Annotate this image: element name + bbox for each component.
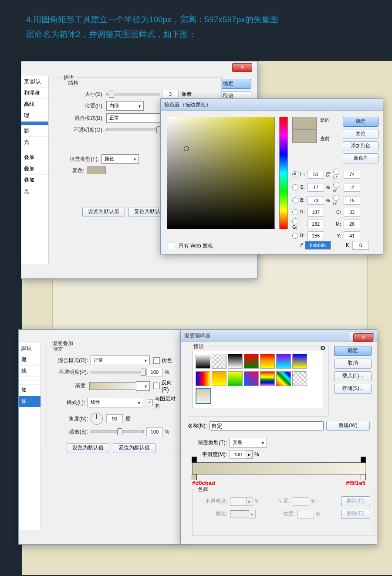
preset-item-selected[interactable]: [196, 388, 211, 404]
ge-load-button[interactable]: 载入(L)...: [334, 371, 372, 381]
preset-item[interactable]: [196, 371, 210, 386]
preset-item[interactable]: [292, 354, 307, 369]
reverse-checkbox[interactable]: [153, 383, 160, 389]
gradient-bar[interactable]: [192, 462, 365, 474]
hue-bar[interactable]: [279, 117, 288, 229]
preset-item[interactable]: [196, 354, 210, 369]
preset-item[interactable]: [260, 371, 275, 386]
opacity-stop-left[interactable]: [192, 457, 197, 463]
radio-g[interactable]: [292, 218, 298, 224]
sidebar-item[interactable]: 页:默认: [21, 76, 48, 88]
color-swatch[interactable]: [87, 166, 106, 174]
radio-r[interactable]: [292, 209, 298, 215]
sidebar-item[interactable]: 光: [21, 186, 48, 197]
size-value[interactable]: 3: [162, 90, 179, 98]
go-grad-dropdown[interactable]: [136, 381, 150, 391]
bv-value[interactable]: 73: [308, 196, 324, 205]
sidebar-item[interactable]: 影: [21, 125, 48, 137]
opacity-slider[interactable]: [106, 129, 159, 131]
go-grad-swatch[interactable]: [89, 382, 136, 390]
preset-item[interactable]: [276, 354, 291, 369]
radio-b[interactable]: [292, 197, 298, 203]
go-angle-value[interactable]: 90: [106, 414, 123, 423]
ge-new-button[interactable]: 新建(W): [326, 421, 370, 431]
filltype-select[interactable]: 颜色: [101, 154, 139, 164]
size-slider[interactable]: [106, 93, 159, 95]
radio-a[interactable]: [333, 182, 339, 188]
ge-smooth-value[interactable]: 100: [230, 450, 246, 459]
hex-value[interactable]: bbb69b: [305, 241, 331, 250]
web-only-checkbox[interactable]: [168, 243, 174, 249]
ge-ok-button[interactable]: 确定: [334, 346, 372, 356]
k-value[interactable]: 0: [352, 241, 369, 250]
go-scale-value[interactable]: 100: [146, 427, 163, 436]
go-reset-default[interactable]: 复位为默认值: [113, 443, 155, 453]
m-value[interactable]: 26: [344, 220, 360, 228]
go-set-default[interactable]: 设置为默认值: [67, 443, 109, 453]
r-value[interactable]: 187: [308, 208, 324, 217]
sidebar-item[interactable]: 光: [21, 137, 48, 148]
gear-icon[interactable]: ⚙: [320, 345, 326, 352]
preset-item[interactable]: [292, 371, 307, 386]
sidebar-item[interactable]: 理: [21, 110, 48, 122]
go-scale-slider[interactable]: [91, 430, 144, 433]
radio-l[interactable]: [333, 169, 339, 175]
b2-value[interactable]: 155: [308, 231, 324, 240]
style-list-sidebar-2[interactable]: 默认 雕 线 加 加: [19, 343, 41, 530]
sidebar-item[interactable]: 加: [19, 385, 41, 396]
radio-bb[interactable]: [333, 195, 339, 201]
close-icon[interactable]: ✕: [353, 333, 373, 342]
style-list-sidebar[interactable]: 页:默认 和浮雕 高线 理 影 光 叠加 叠加 叠加 光: [21, 76, 49, 264]
set-default-button[interactable]: 设置为默认值: [82, 207, 125, 217]
sidebar-item[interactable]: 线: [19, 366, 41, 377]
a-value[interactable]: -2: [344, 183, 360, 192]
bb-value[interactable]: 15: [344, 196, 360, 205]
preset-item[interactable]: [212, 354, 226, 369]
preset-item[interactable]: [228, 371, 243, 386]
sidebar-item[interactable]: 叠加: [21, 163, 48, 175]
preset-item[interactable]: [228, 354, 243, 369]
preset-item[interactable]: [212, 371, 226, 386]
sidebar-item[interactable]: 默认: [19, 343, 41, 354]
sidebar-item[interactable]: 和浮雕: [21, 88, 48, 99]
go-opacity-value[interactable]: 100: [146, 368, 163, 376]
go-blend-select[interactable]: 正常: [91, 356, 150, 365]
preset-item[interactable]: [244, 371, 259, 386]
color-stop-right[interactable]: [361, 474, 366, 480]
position-select[interactable]: 内部: [106, 101, 144, 111]
dither-checkbox[interactable]: [153, 357, 160, 364]
radio-b2[interactable]: [292, 233, 298, 239]
sidebar-item[interactable]: 雕: [19, 354, 41, 366]
g-value[interactable]: 182: [308, 220, 324, 228]
align-checkbox[interactable]: [147, 400, 153, 406]
picker-reset-button[interactable]: 复位: [343, 129, 378, 139]
sidebar-item[interactable]: [21, 148, 48, 152]
ge-cancel-button[interactable]: 取消: [334, 359, 372, 369]
opacity-stop-right[interactable]: [361, 457, 366, 463]
preset-item[interactable]: [260, 354, 275, 369]
go-style-select[interactable]: 线性: [88, 398, 143, 407]
chevron-right-icon[interactable]: ▸: [246, 450, 253, 459]
y-value[interactable]: 41: [344, 231, 360, 240]
sidebar-item[interactable]: [19, 377, 41, 381]
color-stop-left[interactable]: [192, 474, 197, 480]
picker-add-button[interactable]: 添加到色: [343, 141, 378, 151]
sidebar-item[interactable]: 叠加: [21, 175, 48, 186]
preset-item[interactable]: [244, 354, 259, 369]
ge-save-button[interactable]: 存储(S)...: [334, 384, 372, 394]
ge-type-select[interactable]: 实底: [230, 438, 267, 447]
sidebar-item-selected[interactable]: 加: [19, 396, 41, 407]
ge-name-input[interactable]: [210, 421, 324, 430]
picker-lib-button[interactable]: 颜色库: [343, 153, 378, 163]
color-field[interactable]: [167, 117, 275, 229]
close-icon[interactable]: ✕: [232, 63, 252, 72]
sidebar-item-selected[interactable]: [21, 122, 48, 125]
sidebar-item[interactable]: 叠加: [21, 152, 48, 163]
c-value[interactable]: 33: [344, 208, 360, 217]
radio-s[interactable]: [292, 184, 298, 190]
radio-h[interactable]: [292, 171, 298, 177]
sidebar-item[interactable]: [19, 381, 41, 385]
angle-dial[interactable]: [91, 413, 103, 425]
sidebar-item[interactable]: 高线: [21, 99, 48, 110]
preset-item[interactable]: [276, 371, 291, 386]
